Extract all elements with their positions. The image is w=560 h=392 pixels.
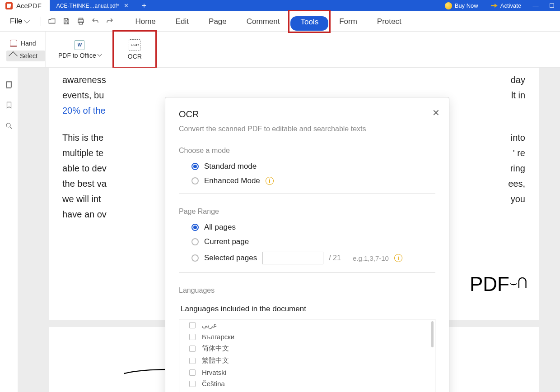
app-logo-icon <box>5 2 13 9</box>
language-label: Hrvatski <box>202 369 226 376</box>
doc-text: This is the <box>62 133 103 143</box>
ocr-label: OCR <box>128 53 142 60</box>
info-icon[interactable]: i <box>266 177 274 185</box>
new-tab-button[interactable]: ＋ <box>135 0 153 11</box>
checkbox-icon <box>189 322 196 328</box>
doc-text: able to dev <box>62 163 107 173</box>
radio-on-icon <box>191 163 199 170</box>
language-option[interactable]: Български <box>179 331 435 342</box>
window-maximize-button[interactable]: ☐ <box>544 0 560 11</box>
scrollbar[interactable] <box>431 321 434 347</box>
doc-text: the best va <box>62 179 107 189</box>
svg-point-5 <box>6 123 10 127</box>
pdf-to-office-label: PDF to Office <box>58 52 96 59</box>
activate-label: Activate <box>500 2 521 9</box>
info-icon[interactable]: i <box>394 254 402 262</box>
radio-on-icon <box>191 224 199 231</box>
menubar: File Home Edit Page Comment Tools Form P… <box>0 11 560 32</box>
tab-page[interactable]: Page <box>199 11 237 32</box>
select-label: Select <box>20 52 37 60</box>
ocr-button[interactable]: OCR OCR <box>114 32 155 67</box>
standard-mode-label: Standard mode <box>204 162 257 171</box>
tab-comment[interactable]: Comment <box>237 11 290 32</box>
selected-pages-label: Selected pages <box>204 254 257 263</box>
activate-button[interactable]: Activate <box>485 0 527 11</box>
doc-text: multiple te <box>62 148 103 158</box>
doc-text: you <box>511 191 525 207</box>
side-rail <box>0 68 18 392</box>
close-tab-icon[interactable]: ✕ <box>124 2 129 9</box>
doc-text: ees, <box>508 176 525 191</box>
language-option[interactable]: Čeština <box>179 378 435 389</box>
tab-home[interactable]: Home <box>125 11 165 32</box>
page-range-label: Page Range <box>179 208 435 216</box>
checkbox-icon <box>189 381 196 387</box>
languages-listbox[interactable]: عربي Български 简体中文 繁體中文 Hrvatski Češtin… <box>179 319 435 392</box>
hand-tool[interactable]: Hand <box>6 38 45 49</box>
document-name: ACE-THINKE…anual.pdf* <box>56 3 119 9</box>
pdf-to-word-icon <box>75 40 84 50</box>
doc-text: events, bu <box>62 90 104 100</box>
pdf-to-office-button[interactable]: PDF to Office <box>45 32 114 67</box>
document-tab[interactable]: ACE-THINKE…anual.pdf* ✕ <box>50 0 135 11</box>
all-pages-option[interactable]: All pages <box>191 223 435 232</box>
checkbox-icon <box>189 334 196 340</box>
buy-now-button[interactable]: Buy Now <box>439 0 485 11</box>
hand-label: Hand <box>21 40 36 47</box>
work-area: awarenessday events, bult in 20% of the … <box>0 68 560 392</box>
standard-mode-option[interactable]: Standard mode <box>191 162 435 171</box>
language-option[interactable]: Hrvatski <box>179 367 435 378</box>
handwritten-annotation: PDF⌣⋂ <box>470 273 527 296</box>
redo-icon[interactable] <box>105 17 114 26</box>
language-option[interactable]: 简体中文 <box>179 342 435 355</box>
ocr-icon: OCR <box>129 39 140 51</box>
buy-now-label: Buy Now <box>455 2 478 9</box>
checkbox-icon <box>189 369 196 376</box>
dialog-close-button[interactable]: ✕ <box>432 107 440 118</box>
tab-tools[interactable]: Tools <box>290 16 328 31</box>
language-option[interactable]: عربي <box>179 319 435 331</box>
open-icon[interactable] <box>47 17 56 26</box>
file-label: File <box>10 17 22 26</box>
file-menu[interactable]: File <box>0 17 37 26</box>
language-label: 简体中文 <box>202 344 229 353</box>
ribbon: Hand Select PDF to Office OCR OCR <box>0 32 560 68</box>
doc-text: day <box>511 72 525 88</box>
selected-pages-option[interactable]: Selected pages / 21 e.g.1,3,7-10 i <box>191 252 435 264</box>
doc-text: have an ov <box>62 209 107 219</box>
save-icon[interactable] <box>62 17 71 26</box>
tab-protect[interactable]: Protect <box>367 11 411 32</box>
choose-mode-label: Choose a mode <box>179 147 435 155</box>
window-minimize-button[interactable]: — <box>527 0 544 11</box>
language-option[interactable]: 繁體中文 <box>179 355 435 367</box>
current-page-option[interactable]: Current page <box>191 237 435 246</box>
enhanced-mode-label: Enhanced Mode <box>204 176 260 185</box>
key-icon <box>491 2 498 9</box>
face-icon <box>445 2 452 9</box>
cursor-icon <box>9 51 18 60</box>
doc-text: we will int <box>62 194 101 204</box>
titlebar: AcePDF ACE-THINKE…anual.pdf* ✕ ＋ Buy Now… <box>0 0 560 11</box>
doc-text: awareness <box>62 75 106 85</box>
selected-pages-input[interactable] <box>262 252 323 264</box>
language-label: Čeština <box>202 380 225 387</box>
range-example: e.g.1,3,7-10 <box>353 254 389 262</box>
tab-edit[interactable]: Edit <box>166 11 199 32</box>
chevron-down-icon <box>97 52 102 57</box>
checkbox-icon <box>189 358 196 364</box>
doc-text: into <box>511 130 525 145</box>
app-name: AcePDF <box>16 2 42 9</box>
undo-icon[interactable] <box>91 17 100 26</box>
app-tab[interactable]: AcePDF <box>0 0 50 11</box>
language-label: Български <box>202 333 234 341</box>
print-icon[interactable] <box>76 17 85 26</box>
languages-title: Languages included in the document <box>181 304 435 314</box>
svg-rect-2 <box>79 22 83 24</box>
language-label: عربي <box>202 321 217 329</box>
bookmark-icon[interactable] <box>5 101 13 109</box>
select-tool[interactable]: Select <box>6 51 45 61</box>
tab-form[interactable]: Form <box>329 11 367 32</box>
thumbnails-icon[interactable] <box>5 80 13 88</box>
search-icon[interactable] <box>5 122 13 130</box>
enhanced-mode-option[interactable]: Enhanced Mode i <box>191 176 435 185</box>
